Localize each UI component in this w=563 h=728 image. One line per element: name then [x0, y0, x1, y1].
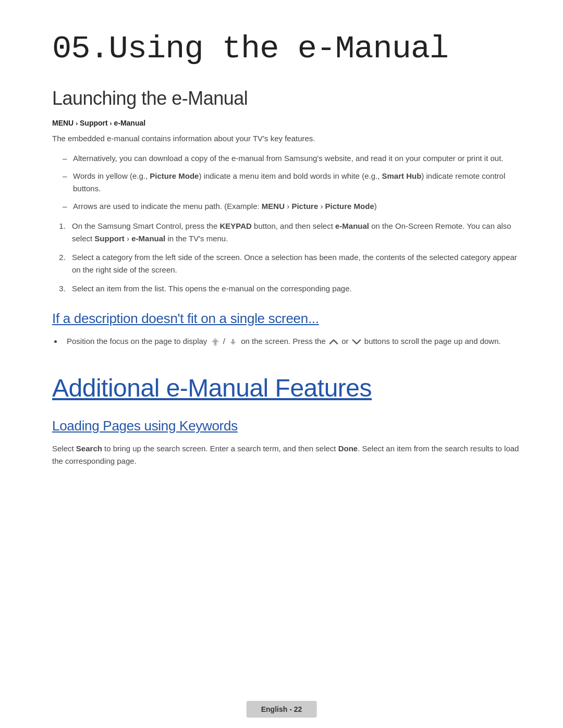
loading-pages-body: Select Search to bring up the search scr…	[52, 442, 521, 467]
done-bold: Done	[338, 444, 358, 453]
scroll-up-icon	[211, 337, 220, 347]
arrow-icon-1: ›	[76, 120, 78, 127]
footer-label: English - 22	[261, 705, 302, 713]
scroll-down-icon	[228, 337, 238, 347]
bullet-list: Alternatively, you can download a copy o…	[63, 152, 521, 213]
picture-mode-bold: Picture Mode	[150, 171, 199, 180]
page-footer: English - 22	[247, 701, 317, 718]
steps-list: On the Samsung Smart Control, press the …	[68, 220, 521, 295]
step-2: Select a category from the left side of …	[68, 251, 521, 276]
or-text: or	[341, 337, 348, 346]
step-1: On the Samsung Smart Control, press the …	[68, 220, 521, 245]
menu-bold: MENU	[262, 202, 285, 211]
bullet-item-3: Arrows are used to indicate the menu pat…	[63, 200, 521, 213]
page-container: 05.Using the e-Manual Launching the e-Ma…	[0, 0, 563, 516]
picture-bold: Picture	[291, 202, 318, 211]
support-bold: Support	[94, 234, 125, 243]
picture-mode-bold-2: Picture Mode	[325, 202, 374, 211]
bullet-item-1: Alternatively, you can download a copy o…	[63, 152, 521, 165]
additional-section: Additional e-Manual Features Loading Pag…	[52, 374, 521, 467]
keypad-bold: KEYPAD	[219, 221, 251, 230]
emanual-text: e-Manual	[114, 119, 145, 127]
launching-title: Launching the e-Manual	[52, 88, 521, 109]
arrow-4: ›	[320, 202, 323, 211]
loading-pages-subsection: Loading Pages using Keywords Select Sear…	[52, 418, 521, 467]
single-screen-section: If a description doesn't fit on a single…	[52, 311, 521, 348]
loading-pages-title: Loading Pages using Keywords	[52, 418, 521, 434]
intro-text: The embedded e-manual contains informati…	[52, 132, 521, 145]
arrow-icon-2: ›	[110, 120, 112, 127]
emanual-bold-2: e-Manual	[131, 234, 165, 243]
additional-title: Additional e-Manual Features	[52, 374, 521, 402]
bullet-item-2: Words in yellow (e.g., Picture Mode) ind…	[63, 170, 521, 195]
chevron-up-icon	[329, 337, 338, 347]
launching-section: Launching the e-Manual MENU › Support › …	[52, 88, 521, 295]
page-main-title: 05.Using the e-Manual	[52, 31, 521, 67]
search-bold: Search	[76, 444, 102, 453]
step-3: Select an item from the list. This opens…	[68, 282, 521, 295]
menu-path: MENU › Support › e-Manual	[52, 119, 521, 127]
arrow-5: ›	[127, 234, 129, 243]
emanual-bold: e-Manual	[335, 221, 369, 230]
menu-path-text: MENU	[52, 119, 74, 127]
dot-item-1: Position the focus on the page to displa…	[63, 335, 521, 348]
support-text: Support	[80, 119, 108, 127]
single-screen-title: If a description doesn't fit on a single…	[52, 311, 521, 327]
chevron-down-icon	[352, 337, 361, 347]
dot-list: Position the focus on the page to displa…	[63, 335, 521, 348]
arrow-3: ›	[287, 202, 289, 211]
smart-hub-bold: Smart Hub	[382, 171, 421, 180]
